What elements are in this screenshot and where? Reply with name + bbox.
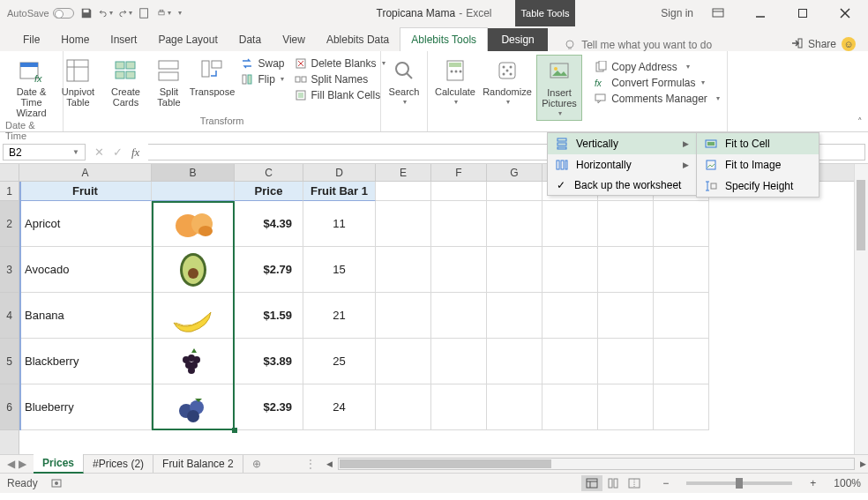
cell[interactable]: [542, 339, 598, 384]
image-cell[interactable]: [152, 201, 235, 247]
name-box[interactable]: B2 ▼: [3, 144, 86, 160]
cell[interactable]: Apricot: [19, 201, 152, 247]
column-header[interactable]: F: [431, 164, 487, 181]
row-header[interactable]: 4: [0, 293, 19, 339]
menu-item-fit-to-cell[interactable]: Fit to Cell: [697, 133, 819, 154]
sheet-tab-fruit-balance[interactable]: Fruit Balance 2: [153, 455, 243, 473]
macro-record-icon[interactable]: [50, 477, 63, 489]
minimize-button[interactable]: [743, 1, 778, 26]
cell[interactable]: 11: [303, 201, 376, 247]
selection-fill-handle[interactable]: [232, 428, 237, 433]
menu-item-backup[interactable]: ✓ Back up the worksheet: [548, 175, 696, 195]
tab-page-layout[interactable]: Page Layout: [147, 28, 228, 51]
cell[interactable]: 25: [303, 339, 376, 384]
cell[interactable]: [487, 293, 542, 339]
cell[interactable]: [598, 247, 654, 293]
qat-customize-icon[interactable]: ▾: [178, 9, 182, 17]
image-cell[interactable]: [152, 293, 235, 339]
menu-item-specify-height[interactable]: Specify Height: [697, 175, 819, 197]
vertical-scrollbar[interactable]: [854, 164, 868, 454]
copy-address-button[interactable]: Copy Address▾: [594, 60, 720, 74]
cell[interactable]: [431, 384, 487, 430]
column-header[interactable]: B: [152, 164, 235, 181]
cell[interactable]: Blueberry: [19, 384, 152, 430]
fill-blank-cells-button[interactable]: Fill Blank Cells: [294, 88, 385, 102]
menu-item-vertically[interactable]: Vertically ▶ Fit to Cell Fit to Image Sp…: [548, 133, 696, 154]
sheet-tab-prices2[interactable]: #Prices (2): [84, 455, 153, 473]
ribbon-display-icon[interactable]: [700, 1, 736, 26]
cell[interactable]: [431, 293, 487, 339]
row-header[interactable]: 3: [0, 247, 19, 293]
cell[interactable]: [487, 201, 542, 247]
column-header[interactable]: E: [376, 164, 431, 181]
cell[interactable]: Banana: [19, 293, 152, 339]
cell[interactable]: Price: [235, 182, 303, 201]
column-header[interactable]: G: [487, 164, 542, 181]
cell[interactable]: [376, 339, 431, 384]
zoom-value[interactable]: 100%: [834, 477, 861, 489]
sheet-tab-prices[interactable]: Prices: [34, 454, 84, 474]
zoom-in-button[interactable]: +: [804, 477, 821, 489]
cell[interactable]: [376, 201, 431, 247]
signin-link[interactable]: Sign in: [661, 7, 693, 19]
row-header[interactable]: 6: [0, 384, 19, 430]
collapse-ribbon-icon[interactable]: ˄: [852, 51, 868, 131]
spreadsheet-grid[interactable]: ABCDEFGHIJ 123456 FruitPriceFruit Bar 1A…: [0, 164, 868, 454]
cell[interactable]: [431, 247, 487, 293]
cell[interactable]: [376, 293, 431, 339]
new-sheet-icon[interactable]: [138, 6, 152, 20]
search-button[interactable]: Search▾: [381, 55, 427, 108]
cell[interactable]: [598, 339, 654, 384]
cell[interactable]: $2.39: [235, 384, 303, 430]
tab-home[interactable]: Home: [50, 28, 100, 51]
cell[interactable]: [487, 384, 542, 430]
autosave-toggle[interactable]: AutoSave: [7, 8, 74, 19]
share-button[interactable]: Share: [790, 37, 836, 51]
horizontal-scrollbar[interactable]: [338, 458, 855, 470]
flip-button[interactable]: Flip▾: [240, 72, 284, 86]
cell[interactable]: [654, 247, 709, 293]
cell[interactable]: [598, 201, 654, 247]
cell[interactable]: [376, 384, 431, 430]
tab-ablebits-tools[interactable]: Ablebits Tools: [400, 27, 488, 51]
cell[interactable]: [654, 201, 709, 247]
column-header[interactable]: C: [235, 164, 303, 181]
cell[interactable]: Fruit: [19, 182, 152, 201]
redo-icon[interactable]: ▾: [118, 6, 132, 20]
row-header[interactable]: 5: [0, 339, 19, 384]
tab-view[interactable]: View: [272, 28, 316, 51]
save-icon[interactable]: [79, 6, 94, 20]
cell[interactable]: 24: [303, 384, 376, 430]
undo-icon[interactable]: ▾: [99, 6, 113, 20]
tab-design[interactable]: Design: [488, 28, 548, 51]
cell[interactable]: [542, 247, 598, 293]
cell[interactable]: [431, 339, 487, 384]
swap-button[interactable]: Swap: [240, 56, 284, 71]
hscroll-left-icon[interactable]: ◀: [325, 459, 334, 468]
date-time-wizard-button[interactable]: fx Date & Time Wizard: [9, 55, 55, 120]
view-page-break-icon[interactable]: [624, 475, 645, 491]
cell[interactable]: [598, 384, 654, 430]
cell[interactable]: [654, 293, 709, 339]
cell[interactable]: [487, 247, 542, 293]
zoom-slider[interactable]: [686, 481, 792, 485]
quick-print-icon[interactable]: ▾: [157, 6, 171, 20]
insert-pictures-button[interactable]: Insert Pictures▾: [536, 55, 582, 121]
menu-item-horizontally[interactable]: Horizontally ▶: [548, 154, 696, 175]
zoom-out-button[interactable]: −: [657, 477, 674, 489]
split-names-button[interactable]: Split Names: [294, 72, 385, 86]
randomize-button[interactable]: Randomize▾: [480, 55, 535, 108]
cell[interactable]: [152, 182, 235, 201]
tab-ablebits-data[interactable]: Ablebits Data: [316, 28, 400, 51]
maximize-button[interactable]: [785, 1, 820, 26]
menu-item-fit-to-image[interactable]: Fit to Image: [697, 154, 819, 175]
split-table-button[interactable]: Split Table: [150, 55, 187, 109]
cell[interactable]: [487, 182, 542, 201]
cell[interactable]: Fruit Bar 1: [303, 182, 376, 201]
cell[interactable]: [376, 182, 431, 201]
create-cards-button[interactable]: Create Cards: [102, 55, 148, 109]
row-header[interactable]: 1: [0, 182, 19, 201]
unpivot-table-button[interactable]: Unpivot Table: [55, 55, 101, 109]
image-cell[interactable]: [152, 247, 235, 293]
cell[interactable]: $4.39: [235, 201, 303, 247]
